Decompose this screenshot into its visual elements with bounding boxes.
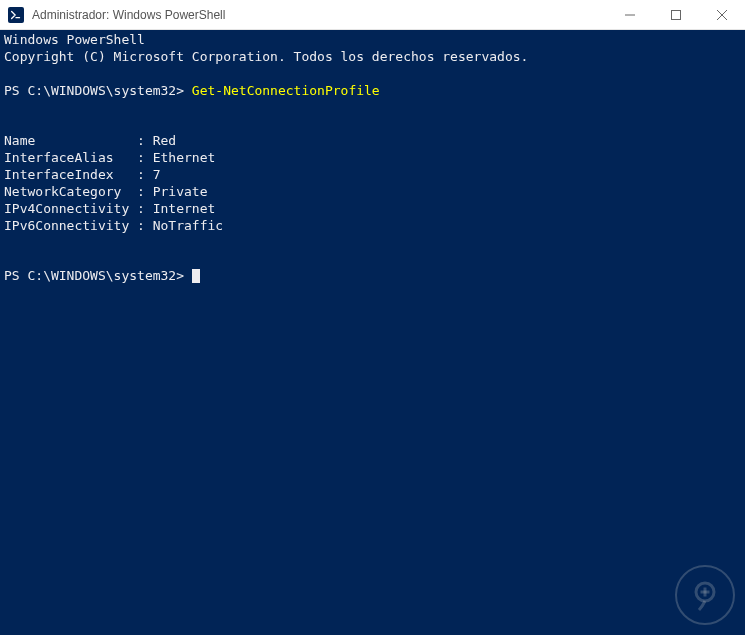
svg-rect-2 <box>672 10 681 19</box>
terminal-area[interactable]: Windows PowerShell Copyright (C) Microso… <box>0 30 745 635</box>
window-title: Administrador: Windows PowerShell <box>32 8 607 22</box>
prompt: PS C:\WINDOWS\system32> <box>4 83 192 98</box>
maximize-button[interactable] <box>653 0 699 29</box>
powershell-icon <box>8 7 24 23</box>
command-output: Name : Red InterfaceAlias : Ethernet Int… <box>4 133 223 232</box>
minimize-icon <box>625 10 635 20</box>
powershell-window: Administrador: Windows PowerShell Window… <box>0 0 745 635</box>
minimize-button[interactable] <box>607 0 653 29</box>
prompt: PS C:\WINDOWS\system32> <box>4 268 192 283</box>
titlebar[interactable]: Administrador: Windows PowerShell <box>0 0 745 30</box>
command-text: Get-NetConnectionProfile <box>192 83 380 98</box>
close-button[interactable] <box>699 0 745 29</box>
copyright-line: Copyright (C) Microsoft Corporation. Tod… <box>4 49 528 64</box>
close-icon <box>717 10 727 20</box>
maximize-icon <box>671 10 681 20</box>
window-controls <box>607 0 745 29</box>
header-line: Windows PowerShell <box>4 32 145 47</box>
cursor <box>192 269 200 283</box>
